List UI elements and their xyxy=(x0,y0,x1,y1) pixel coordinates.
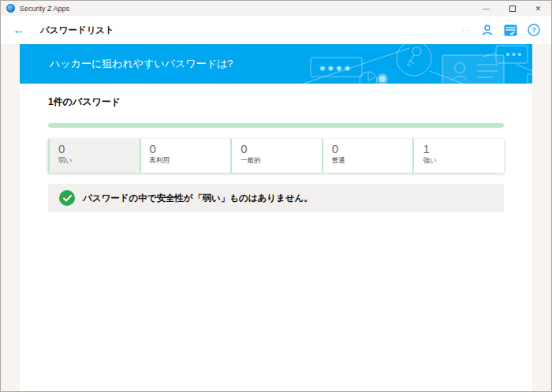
status-message-bar: パスワードの中で安全性が「弱い」ものはありません。 xyxy=(48,184,504,212)
main-area: ハッカーに狙われやすいパスワードは? xyxy=(1,44,551,391)
title-bar: Security Z Apps — ✕ xyxy=(1,1,551,16)
stat-label: 一般的 xyxy=(241,156,322,166)
stat-value: 1 xyxy=(423,143,504,155)
status-message-text: パスワードの中で安全性が「弱い」ものはありません。 xyxy=(83,192,313,204)
stat-box-reused[interactable]: 0 再利用 xyxy=(140,139,231,173)
window-title: Security Z Apps xyxy=(20,5,69,13)
page-title: パスワードリスト xyxy=(40,24,114,36)
stat-label: 弱い xyxy=(58,156,140,166)
strength-stats-row: 0 弱い 0 再利用 0 一般的 0 普通 xyxy=(48,139,504,173)
stat-value: 0 xyxy=(241,143,322,155)
stat-label: 普通 xyxy=(332,156,413,166)
stat-label: 強い xyxy=(423,156,504,166)
stat-value: 0 xyxy=(58,143,140,155)
banner-illustration: ✱✱✱✱ xyxy=(288,44,532,84)
maximize-icon xyxy=(509,6,516,12)
content-body: 1件のパスワード 0 弱い 0 再利用 0 一般的 xyxy=(20,96,532,212)
stat-box-common[interactable]: 0 一般的 xyxy=(230,139,322,173)
check-icon xyxy=(59,190,75,206)
strength-progress-bar xyxy=(48,123,504,128)
account-icon[interactable] xyxy=(481,24,494,36)
hero-banner[interactable]: ハッカーに狙われやすいパスワードは? xyxy=(20,44,532,84)
back-button[interactable]: ← xyxy=(13,24,25,36)
vault-icon[interactable] xyxy=(504,24,517,36)
help-icon[interactable]: ? xyxy=(528,24,540,36)
stat-box-fair[interactable]: 0 普通 xyxy=(322,139,413,173)
more-menu-icon[interactable]: ·· xyxy=(462,26,471,35)
nav-actions: ·· ? xyxy=(462,24,540,36)
stat-box-strong[interactable]: 1 強い xyxy=(412,139,504,173)
stat-box-weak[interactable]: 0 弱い xyxy=(48,139,140,173)
content-panel: ハッカーに狙われやすいパスワードは? xyxy=(20,44,532,391)
minimize-button[interactable]: — xyxy=(473,1,499,16)
stat-value: 0 xyxy=(332,143,413,155)
banner-title: ハッカーに狙われやすいパスワードは? xyxy=(50,57,233,71)
password-mask-text: ✱✱✱✱ xyxy=(319,65,352,73)
close-button[interactable]: ✕ xyxy=(525,1,551,16)
stat-value: 0 xyxy=(150,143,231,155)
maximize-button[interactable] xyxy=(499,1,525,16)
svg-text:?: ? xyxy=(531,26,536,34)
password-count-title: 1件のパスワード xyxy=(48,96,504,107)
window-controls: — ✕ xyxy=(473,1,551,16)
stat-label: 再利用 xyxy=(150,156,231,166)
nav-bar: ← パスワードリスト ·· ? xyxy=(1,16,551,44)
app-window: Security Z Apps — ✕ ← パスワードリスト ·· ? xyxy=(0,0,552,392)
app-logo-icon xyxy=(6,4,15,13)
